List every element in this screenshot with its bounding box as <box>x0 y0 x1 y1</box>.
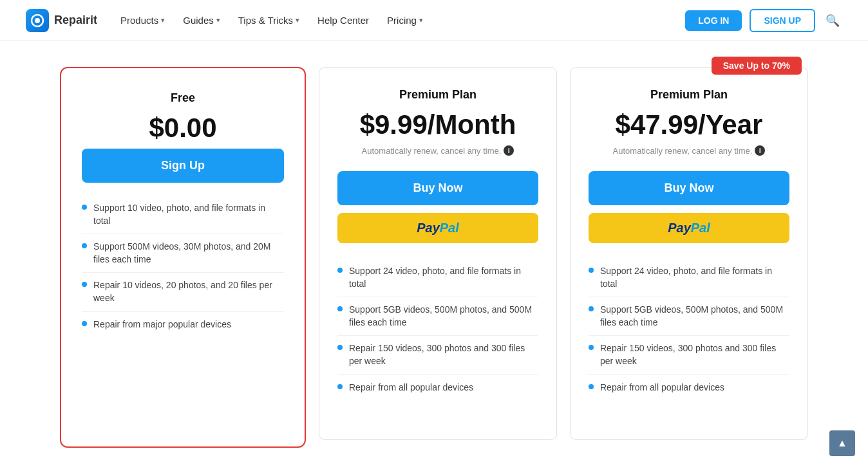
feature-dot-icon <box>337 345 343 350</box>
search-icon: 🔍 <box>826 14 840 27</box>
paypal-text: PayPal <box>668 221 710 235</box>
feature-item: Repair from all popular devices <box>589 375 789 401</box>
feature-text: Support 5GB videos, 500M photos, and 500… <box>349 304 538 329</box>
plan-price-monthly: $9.99/Month <box>337 109 538 140</box>
nav-item-products[interactable]: Products ▾ <box>113 10 173 31</box>
signup-button[interactable]: SIGN UP <box>750 9 815 32</box>
buy-now-button-monthly[interactable]: Buy Now <box>337 171 538 205</box>
pricing-card-yearly-inner: Premium Plan $47.99/Year Automatically r… <box>570 67 808 440</box>
feature-item: Support 500M videos, 30M photos, and 20M… <box>82 234 284 273</box>
search-button[interactable]: 🔍 <box>823 11 842 30</box>
feature-dot-icon <box>337 268 343 273</box>
feature-item: Repair from all popular devices <box>337 375 538 401</box>
plan-price-free: $0.00 <box>82 113 284 143</box>
feature-text: Repair from all popular devices <box>349 382 473 394</box>
feature-text: Repair from major popular devices <box>93 318 231 331</box>
feature-dot-icon <box>589 384 594 389</box>
feature-text: Support 500M videos, 30M photos, and 20M… <box>93 241 284 266</box>
chevron-down-icon: ▾ <box>419 16 423 24</box>
feature-item: Support 10 video, photo, and file format… <box>82 196 284 234</box>
plan-price-yearly: $47.99/Year <box>589 109 789 140</box>
chevron-down-icon: ▾ <box>161 16 165 24</box>
nav: Products ▾ Guides ▾ Tips & Tricks ▾ Help… <box>113 10 685 31</box>
pricing-card-monthly: Premium Plan $9.99/Month Automatically r… <box>319 67 557 448</box>
paypal-button-yearly[interactable]: PayPal <box>589 213 789 243</box>
feature-text: Support 5GB videos, 500M photos, and 500… <box>600 304 789 329</box>
feature-text: Repair 10 videos, 20 photos, and 20 file… <box>93 279 284 304</box>
feature-item: Support 24 video, photo, and file format… <box>589 259 789 297</box>
signup-card-button[interactable]: Sign Up <box>82 149 284 183</box>
feature-text: Support 10 video, photo, and file format… <box>93 202 284 227</box>
header-actions: LOG IN SIGN UP 🔍 <box>685 9 842 32</box>
features-list-free: Support 10 video, photo, and file format… <box>82 196 284 337</box>
feature-text: Repair 150 videos, 300 photos and 300 fi… <box>600 342 789 367</box>
info-icon: i <box>755 145 765 156</box>
feature-item: Support 5GB videos, 500M photos, and 500… <box>337 297 538 336</box>
feature-item: Repair from major popular devices <box>82 312 284 338</box>
feature-dot-icon <box>589 345 594 350</box>
feature-item: Repair 150 videos, 300 photos and 300 fi… <box>337 336 538 374</box>
nav-item-help[interactable]: Help Center <box>310 10 377 31</box>
logo-text: Repairit <box>54 14 97 27</box>
feature-dot-icon <box>337 306 343 311</box>
features-list-monthly: Support 24 video, photo, and file format… <box>337 259 538 400</box>
arrow-up-icon: ▲ <box>837 437 847 449</box>
feature-text: Support 24 video, photo, and file format… <box>600 265 789 290</box>
feature-item: Support 5GB videos, 500M photos, and 500… <box>589 297 789 336</box>
pricing-card-yearly: Save Up to 70% Premium Plan $47.99/Year … <box>570 67 808 448</box>
feature-dot-icon <box>589 268 594 273</box>
feature-dot-icon <box>82 321 87 326</box>
plan-name-free: Free <box>82 91 284 105</box>
nav-label-help: Help Center <box>317 15 369 26</box>
paypal-text: PayPal <box>417 221 459 235</box>
save-badge: Save Up to 70% <box>712 57 802 75</box>
scroll-to-top-button[interactable]: ▲ <box>829 430 855 456</box>
feature-dot-icon <box>82 243 87 248</box>
feature-item: Support 24 video, photo, and file format… <box>337 259 538 297</box>
pricing-card-free-inner: Free $0.00 Sign Up Support 10 video, pho… <box>64 71 302 444</box>
feature-item: Repair 150 videos, 300 photos and 300 fi… <box>589 336 789 374</box>
logo-icon <box>26 9 49 32</box>
buy-now-button-yearly[interactable]: Buy Now <box>589 171 789 205</box>
nav-label-pricing: Pricing <box>387 15 417 26</box>
header: Repairit Products ▾ Guides ▾ Tips & Tric… <box>0 0 868 41</box>
chevron-down-icon: ▾ <box>296 16 299 24</box>
pricing-card-monthly-inner: Premium Plan $9.99/Month Automatically r… <box>319 67 557 440</box>
feature-text: Repair from all popular devices <box>600 382 724 394</box>
feature-dot-icon <box>82 205 87 210</box>
nav-item-tips[interactable]: Tips & Tricks ▾ <box>231 10 307 31</box>
feature-dot-icon <box>82 282 87 287</box>
logo[interactable]: Repairit <box>26 9 97 32</box>
nav-label-tips: Tips & Tricks <box>238 15 293 26</box>
nav-label-products: Products <box>120 15 158 26</box>
feature-text: Repair 150 videos, 300 photos and 300 fi… <box>349 342 538 367</box>
plan-name-monthly: Premium Plan <box>337 88 538 102</box>
login-button[interactable]: LOG IN <box>685 10 742 31</box>
chevron-down-icon: ▾ <box>216 16 220 24</box>
pricing-section: Free $0.00 Sign Up Support 10 video, pho… <box>0 41 868 469</box>
paypal-button-monthly[interactable]: PayPal <box>337 213 538 243</box>
info-icon: i <box>504 145 514 156</box>
plan-name-yearly: Premium Plan <box>589 88 789 102</box>
feature-dot-icon <box>337 384 343 389</box>
plan-price-note-monthly: Automatically renew, cancel any time. i <box>337 145 538 156</box>
nav-label-guides: Guides <box>183 15 214 26</box>
pricing-card-free: Free $0.00 Sign Up Support 10 video, pho… <box>60 67 306 448</box>
feature-item: Repair 10 videos, 20 photos, and 20 file… <box>82 273 284 311</box>
nav-item-pricing[interactable]: Pricing ▾ <box>379 10 431 31</box>
nav-item-guides[interactable]: Guides ▾ <box>175 10 228 31</box>
plan-price-note-yearly: Automatically renew, cancel any time. i <box>589 145 789 156</box>
feature-dot-icon <box>589 306 594 311</box>
features-list-yearly: Support 24 video, photo, and file format… <box>589 259 789 400</box>
feature-text: Support 24 video, photo, and file format… <box>349 265 538 290</box>
svg-point-1 <box>35 18 40 23</box>
